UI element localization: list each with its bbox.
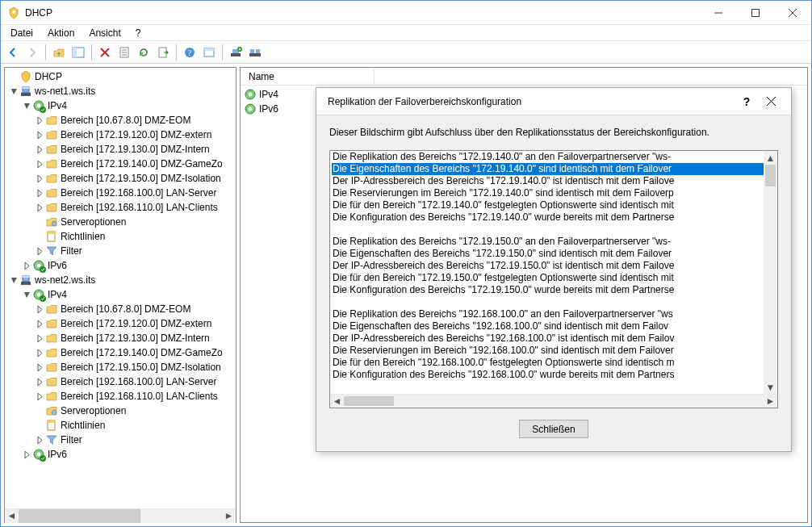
expand-icon[interactable] xyxy=(21,449,32,460)
expand-icon[interactable] xyxy=(34,202,45,213)
collapse-icon[interactable] xyxy=(21,100,32,111)
tree-protocol[interactable]: IPv6 xyxy=(5,447,236,462)
tree-filter[interactable]: Filter xyxy=(5,433,236,447)
show-hide-tree-button[interactable] xyxy=(69,44,87,61)
scroll-left-icon[interactable]: ◄ xyxy=(5,509,19,523)
properties-button[interactable] xyxy=(115,44,133,61)
tree-hscrollbar[interactable]: ◄ ► xyxy=(5,508,236,522)
log-line[interactable]: Die Konfiguration des Bereichs "172.19.1… xyxy=(332,211,764,224)
log-line[interactable]: Die Reservierungen im Bereich "172.19.14… xyxy=(332,187,764,199)
tree-protocol[interactable]: IPv4 xyxy=(5,98,236,113)
tree-scope[interactable]: Bereich [172.19.130.0] DMZ-Intern xyxy=(5,142,236,157)
menu-action[interactable]: Aktion xyxy=(41,26,81,40)
scroll-down-icon[interactable]: ▼ xyxy=(764,380,777,394)
column-name[interactable]: Name xyxy=(245,69,375,84)
tree-server[interactable]: ws-net1.ws.its xyxy=(5,84,236,98)
expand-icon[interactable] xyxy=(34,303,45,315)
log-line[interactable]: Die Eigenschaften des Bereichs "192.168.… xyxy=(332,320,764,333)
up-folder-button[interactable] xyxy=(50,44,68,61)
log-line[interactable]: Die Konfiguration des Bereichs "172.19.1… xyxy=(332,284,764,296)
log-line[interactable] xyxy=(332,296,764,308)
back-button[interactable] xyxy=(4,44,22,61)
scroll-up-icon[interactable]: ▲ xyxy=(764,151,777,165)
expand-icon[interactable] xyxy=(34,129,45,140)
menu-help[interactable]: ? xyxy=(129,26,148,40)
tree-scope[interactable]: Bereich [192.168.110.0] LAN-Clients xyxy=(5,200,236,215)
tree-scope[interactable]: Bereich [172.19.120.0] DMZ-extern xyxy=(5,128,236,142)
tree-scope[interactable]: Bereich [172.19.150.0] DMZ-Isolation xyxy=(5,171,236,186)
dialog-help-button[interactable]: ? xyxy=(735,90,759,113)
help-button[interactable]: ? xyxy=(181,44,199,61)
log-line[interactable]: Die für den Bereich "172.19.140.0" festg… xyxy=(332,199,764,211)
log-line[interactable]: Die Reservierungen im Bereich "192.168.1… xyxy=(332,345,764,357)
tree-scope[interactable]: Bereich [172.19.140.0] DMZ-GameZo xyxy=(5,157,236,171)
expand-icon[interactable] xyxy=(34,391,45,402)
add-server-button[interactable] xyxy=(227,44,245,61)
collapse-icon[interactable] xyxy=(8,86,19,97)
expand-icon[interactable] xyxy=(34,376,45,387)
expand-icon[interactable] xyxy=(34,144,45,155)
log-line[interactable]: Die für den Bereich "172.19.150.0" festg… xyxy=(332,272,764,284)
log-line[interactable]: Die Replikation des Bereichs "192.168.10… xyxy=(332,308,764,320)
tree-server[interactable]: ws-net2.ws.its xyxy=(5,273,236,287)
tree-policies[interactable]: Richtlinien xyxy=(5,229,236,244)
tree-server-options[interactable]: Serveroptionen xyxy=(5,404,236,418)
tree-root[interactable]: DHCP xyxy=(5,69,236,84)
tree-scope[interactable]: Bereich [192.168.110.0] LAN-Clients xyxy=(5,389,236,404)
log-line[interactable]: Der IP-Adressbereich des Bereichs "172.1… xyxy=(332,175,764,187)
log-line[interactable]: Die Eigenschaften des Bereichs "172.19.1… xyxy=(332,163,764,175)
forward-button[interactable] xyxy=(23,44,41,61)
menu-file[interactable]: Datei xyxy=(4,26,40,40)
tree-policies[interactable]: Richtlinien xyxy=(5,418,236,433)
dialog-vscrollbar[interactable]: ▲ ▼ xyxy=(764,151,777,394)
tree-scope[interactable]: Bereich [172.19.150.0] DMZ-Isolation xyxy=(5,360,236,374)
tree-scope[interactable]: Bereich [172.19.130.0] DMZ-Intern xyxy=(5,331,236,345)
dialog-close-button[interactable] xyxy=(759,90,783,113)
log-line[interactable]: Der IP-Adressbereich des Bereichs "192.1… xyxy=(332,333,764,345)
expand-icon[interactable] xyxy=(34,362,45,373)
options-button[interactable] xyxy=(200,44,218,61)
tree-scope[interactable]: Bereich [10.67.8.0] DMZ-EOM xyxy=(5,302,236,316)
log-line[interactable]: Die Replikation des Bereichs "172.19.150… xyxy=(332,236,764,248)
expand-icon[interactable] xyxy=(34,173,45,184)
server-tree[interactable]: DHCPws-net1.ws.itsIPv4Bereich [10.67.8.0… xyxy=(5,68,236,508)
expand-icon[interactable] xyxy=(34,347,45,358)
tree-protocol[interactable]: IPv6 xyxy=(5,258,236,273)
log-line[interactable]: Der IP-Adressbereich des Bereichs "172.1… xyxy=(332,260,764,272)
refresh-button[interactable] xyxy=(135,44,153,61)
maximize-button[interactable] xyxy=(737,1,774,25)
dialog-log-list[interactable]: Die Replikation des Bereichs "172.19.140… xyxy=(329,150,778,408)
tree-scope[interactable]: Bereich [192.168.100.0] LAN-Server xyxy=(5,186,236,200)
manage-servers-button[interactable] xyxy=(246,44,264,61)
tree-protocol[interactable]: IPv4 xyxy=(5,287,236,302)
tree-scope[interactable]: Bereich [172.19.140.0] DMZ-GameZo xyxy=(5,345,236,360)
expand-icon[interactable] xyxy=(34,434,45,445)
log-line[interactable]: Die Eigenschaften des Bereichs "172.19.1… xyxy=(332,248,764,260)
minimize-button[interactable] xyxy=(700,1,737,25)
tree-scope[interactable]: Bereich [192.168.100.0] LAN-Server xyxy=(5,374,236,389)
list-header[interactable]: Name xyxy=(241,68,807,86)
expand-icon[interactable] xyxy=(34,187,45,199)
dialog-close-action-button[interactable]: Schließen xyxy=(519,420,588,438)
log-line[interactable]: Die für den Bereich "192.168.100.0" fest… xyxy=(332,357,764,369)
tree-filter[interactable]: Filter xyxy=(5,244,236,258)
close-button[interactable] xyxy=(774,1,811,25)
expand-icon[interactable] xyxy=(34,115,45,126)
log-line[interactable] xyxy=(332,224,764,236)
expand-icon[interactable] xyxy=(21,260,32,271)
scroll-right-icon[interactable]: ► xyxy=(764,395,777,408)
expand-icon[interactable] xyxy=(34,245,45,257)
collapse-icon[interactable] xyxy=(21,289,32,300)
delete-button[interactable] xyxy=(96,44,114,61)
dialog-hscrollbar[interactable]: ◄ ► xyxy=(330,394,777,408)
log-line[interactable]: Die Konfiguration des Bereichs "192.168.… xyxy=(332,369,764,381)
tree-scope[interactable]: Bereich [10.67.8.0] DMZ-EOM xyxy=(5,113,236,128)
tree-scope[interactable]: Bereich [172.19.120.0] DMZ-extern xyxy=(5,316,236,331)
expand-icon[interactable] xyxy=(34,333,45,344)
scroll-left-icon[interactable]: ◄ xyxy=(330,395,344,408)
tree-server-options[interactable]: Serveroptionen xyxy=(5,215,236,229)
expand-icon[interactable] xyxy=(34,318,45,329)
scroll-right-icon[interactable]: ► xyxy=(222,509,236,523)
menu-view[interactable]: Ansicht xyxy=(82,26,127,40)
collapse-icon[interactable] xyxy=(8,274,19,286)
